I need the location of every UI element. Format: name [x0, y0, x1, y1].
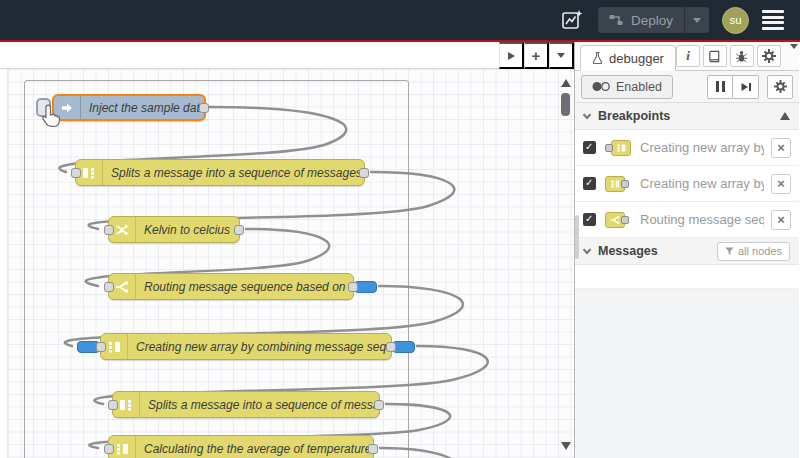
- breakpoint-label: Creating new array by combining message …: [640, 140, 764, 155]
- tab-scroll-right-button[interactable]: [499, 42, 524, 69]
- info-tab-button[interactable]: i: [676, 45, 700, 67]
- sidebar-tab-bar: debugger i: [575, 42, 799, 71]
- main-menu-button[interactable]: [762, 10, 784, 30]
- node-label: Splits a message into a sequence of mess…: [140, 398, 379, 412]
- deploy-button[interactable]: Deploy: [598, 7, 684, 33]
- node-label: Calculating the the average of temperatu…: [136, 442, 373, 456]
- flow-canvas[interactable]: Inject the sample data Splits a message …: [0, 69, 574, 458]
- chevron-down-icon: [693, 18, 701, 23]
- input-port[interactable]: [104, 282, 114, 292]
- node-switch[interactable]: Routing message sequence based on condit…: [108, 273, 354, 300]
- message-filter-button[interactable]: all nodes: [717, 242, 790, 261]
- section-title: Breakpoints: [598, 109, 670, 123]
- step-icon: [740, 81, 752, 93]
- avatar-initials: su: [729, 14, 741, 26]
- node-join-1[interactable]: Creating new array by combining message …: [100, 333, 392, 360]
- chevron-down-icon: [583, 245, 591, 253]
- breakpoint-label: Routing message sequence based on condit…: [640, 212, 764, 227]
- canvas-vertical-scrollbar: [558, 69, 573, 458]
- scrollbar-thumb[interactable]: [561, 93, 570, 116]
- output-port[interactable]: [374, 400, 384, 410]
- node-red-editor: Deploy su +: [0, 0, 800, 458]
- breakpoint-checkbox[interactable]: [583, 141, 596, 154]
- tab-label: debugger: [609, 51, 664, 66]
- node-label: Routing message sequence based on condit…: [136, 280, 353, 294]
- join-node-output-icon: [603, 175, 633, 193]
- pause-icon: [716, 81, 725, 92]
- debugger-controls: [707, 75, 793, 99]
- menu-bar-icon: [762, 27, 784, 30]
- menu-bar-icon: [762, 10, 784, 13]
- node-join-2[interactable]: Calculating the the average of temperatu…: [108, 435, 374, 458]
- join-node-input-icon: [603, 139, 633, 157]
- gear-icon: [774, 80, 787, 93]
- breakpoint-row: Routing message sequence based on condit…: [575, 202, 799, 238]
- menu-bar-icon: [762, 21, 784, 24]
- deploy-button-group: Deploy: [598, 7, 709, 33]
- header-bar: Deploy su: [0, 0, 800, 40]
- sidebar: debugger i: [575, 42, 799, 458]
- breakpoints-section-header[interactable]: Breakpoints: [575, 103, 799, 130]
- messages-empty-row: [575, 265, 799, 289]
- sidebar-tab-icons: i: [676, 45, 800, 67]
- workspace-tab-controls: +: [499, 42, 574, 69]
- input-port[interactable]: [108, 400, 118, 410]
- hand-cursor-icon: [40, 104, 62, 128]
- filter-icon: [725, 247, 734, 256]
- bug-icon: [735, 50, 748, 63]
- node-inject[interactable]: Inject the sample data: [52, 94, 206, 121]
- ai-assistant-button[interactable]: [559, 7, 585, 33]
- breakpoint-checkbox[interactable]: [583, 177, 596, 190]
- tab-debugger[interactable]: debugger: [580, 45, 676, 71]
- help-tab-button[interactable]: [703, 45, 727, 67]
- pause-button[interactable]: [707, 75, 733, 99]
- scroll-to-top-arrow[interactable]: [780, 112, 790, 120]
- play-icon: [508, 52, 515, 60]
- deploy-icon: [609, 13, 623, 27]
- user-avatar[interactable]: su: [722, 7, 749, 34]
- output-port[interactable]: [234, 225, 244, 235]
- debugger-toolbar: Enabled: [575, 71, 799, 103]
- node-change[interactable]: Kelvin to celcius: [108, 216, 240, 243]
- breakpoint-checkbox[interactable]: [583, 213, 596, 226]
- output-port[interactable]: [359, 168, 369, 178]
- input-port[interactable]: [71, 168, 81, 178]
- node-split-2[interactable]: Splits a message into a sequence of mess…: [112, 391, 380, 418]
- workspace: +: [0, 42, 575, 458]
- scroll-up-arrow[interactable]: [561, 79, 571, 87]
- gear-icon: [762, 49, 776, 63]
- input-port[interactable]: [104, 225, 114, 235]
- node-label: Splits a message into a sequence of mess…: [103, 166, 364, 180]
- node-split-1[interactable]: Splits a message into a sequence of mess…: [75, 159, 365, 186]
- main-area: +: [0, 42, 800, 458]
- config-tab-button[interactable]: [757, 45, 781, 67]
- sidebar-scrollbar-thumb[interactable]: [575, 215, 579, 259]
- output-port[interactable]: [368, 444, 378, 454]
- step-button[interactable]: [733, 75, 759, 99]
- flask-icon: [592, 51, 603, 65]
- remove-breakpoint-button[interactable]: ×: [771, 210, 791, 230]
- debug-tab-button[interactable]: [730, 45, 754, 67]
- remove-breakpoint-button[interactable]: ×: [771, 138, 791, 158]
- output-port[interactable]: [386, 342, 396, 352]
- remove-breakpoint-button[interactable]: ×: [771, 174, 791, 194]
- flow-list-button[interactable]: [549, 42, 574, 69]
- chevron-down-icon: [557, 53, 565, 58]
- sidebar-tabs-menu-button[interactable]: [790, 49, 798, 64]
- add-flow-button[interactable]: +: [524, 42, 549, 69]
- chevron-down-icon: [790, 44, 798, 64]
- deploy-options-button[interactable]: [685, 7, 709, 33]
- messages-section-header[interactable]: Messages all nodes: [575, 238, 799, 265]
- enabled-label: Enabled: [616, 80, 662, 94]
- input-port[interactable]: [104, 444, 114, 454]
- debugger-settings-button[interactable]: [767, 75, 793, 99]
- book-icon: [708, 50, 721, 63]
- node-label: Creating new array by combining message …: [128, 340, 391, 354]
- output-port[interactable]: [199, 103, 209, 113]
- debugger-enabled-toggle[interactable]: Enabled: [581, 75, 673, 99]
- info-icon: i: [686, 48, 690, 64]
- input-port[interactable]: [96, 342, 106, 352]
- node-label: Kelvin to celcius: [136, 223, 238, 237]
- scroll-down-arrow[interactable]: [561, 442, 571, 450]
- output-port[interactable]: [348, 282, 358, 292]
